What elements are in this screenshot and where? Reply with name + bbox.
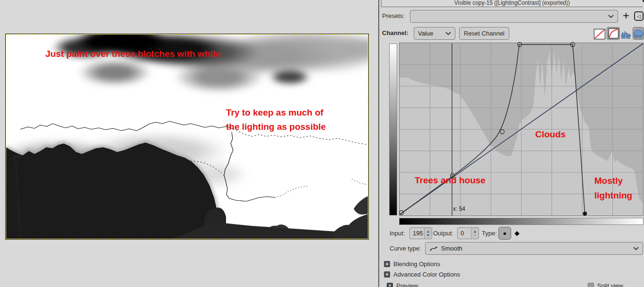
scene-graphics — [6, 35, 368, 239]
preview-label: Preview — [396, 282, 418, 287]
smooth-curve-icon — [429, 245, 439, 252]
lightning-crack-dotted — [275, 186, 308, 197]
annotation-clouds: Clouds — [535, 127, 566, 142]
layer-title: Visible copy-15 ([LightingContrast] (exp… — [381, 0, 643, 7]
lightning-crack — [224, 132, 275, 201]
horizon-line — [20, 121, 233, 131]
triangle-left-icon: ◁ — [637, 13, 641, 19]
point-type-diamond-button[interactable]: ◆ — [514, 229, 520, 237]
type-label: Type: — [482, 230, 497, 237]
spin-up-button[interactable]: ▲ — [473, 230, 477, 233]
advanced-color-options-expander[interactable]: + Advanced Color Options — [384, 270, 460, 278]
expand-plus-icon: + — [384, 271, 390, 278]
channel-label: Channel: — [382, 29, 409, 37]
image-canvas[interactable]: Just paint over these blotches with whit… — [6, 34, 368, 239]
y-gradient-bar — [389, 44, 397, 215]
log-histogram-icon-button[interactable] — [633, 27, 644, 40]
gamma-curve-icon — [609, 28, 618, 38]
import-export-button[interactable]: ◁ — [634, 11, 644, 21]
split-view-label: Split view — [597, 282, 623, 287]
curve-type-label: Curve type: — [390, 245, 421, 252]
log-histogram-icon — [634, 29, 643, 38]
spin-up-button[interactable]: ▲ — [426, 230, 430, 233]
input-label: Input: — [390, 230, 405, 237]
preview-checkbox[interactable]: ✕ — [387, 283, 393, 287]
presets-dropdown[interactable] — [410, 10, 618, 23]
gimp-window: Just paint over these blotches with whit… — [0, 0, 644, 287]
chevron-down-icon — [608, 15, 614, 18]
linear-curve-icon — [594, 29, 605, 39]
annotation-blotches: Just paint over these blotches with whit… — [45, 47, 221, 61]
linear-histogram-icon — [621, 29, 631, 39]
annotation-trees-and-house: Trees and house — [415, 173, 486, 188]
circle-icon: ● — [503, 230, 507, 237]
annotation-lighting: Try to keep as much of the lighting as p… — [226, 106, 326, 134]
input-spinbox[interactable]: 195 ▲ ▼ — [409, 227, 432, 239]
gamma-curve-icon-button[interactable] — [607, 27, 620, 40]
output-spinbox[interactable]: 0 ▲ ▼ — [457, 227, 479, 239]
canvas-area: Just paint over these blotches with whit… — [0, 0, 378, 287]
right-trees — [332, 214, 368, 239]
curve-plot[interactable]: x: 54 Clouds Trees and house Mostly ligh… — [399, 43, 644, 216]
output-label: Output: — [433, 230, 453, 237]
curve-point[interactable] — [583, 212, 587, 215]
chevron-down-icon — [445, 32, 451, 36]
x-gradient-bar — [399, 218, 644, 225]
blending-options-expander[interactable]: + Blending Options — [384, 260, 440, 268]
split-view-toggle: Split view — [588, 282, 623, 287]
annotation-mostly-lightning: Mostly lightning — [594, 173, 632, 203]
reset-channel-button[interactable]: Reset Channel — [459, 27, 509, 40]
x-readout: x: 54 — [453, 206, 465, 212]
preview-toggle: ✕ Preview — [387, 282, 418, 287]
expander-label: Blending Options — [393, 260, 440, 268]
curves-dialog: Visible copy-15 ([LightingContrast] (exp… — [379, 0, 644, 287]
expand-plus-icon: + — [384, 261, 390, 267]
split-view-checkbox[interactable] — [588, 283, 594, 287]
spin-down-button[interactable]: ▼ — [426, 233, 430, 237]
right-trees-upper — [354, 196, 368, 215]
point-type-circle-button[interactable]: ● — [498, 227, 511, 240]
expander-label: Advanced Color Options — [393, 271, 460, 278]
spin-down-button[interactable]: ▼ — [473, 233, 477, 237]
channel-dropdown[interactable]: Value — [414, 27, 455, 40]
linear-histogram-icon-button[interactable] — [621, 29, 631, 39]
add-preset-button[interactable]: + — [620, 9, 632, 23]
right-crack — [352, 179, 368, 185]
chevron-down-icon — [633, 247, 639, 251]
curve-type-dropdown[interactable]: Smooth — [425, 242, 643, 255]
linear-curve-icon-button[interactable] — [594, 29, 605, 39]
curve-point[interactable] — [500, 130, 505, 134]
presets-label: Presets: — [382, 12, 405, 20]
